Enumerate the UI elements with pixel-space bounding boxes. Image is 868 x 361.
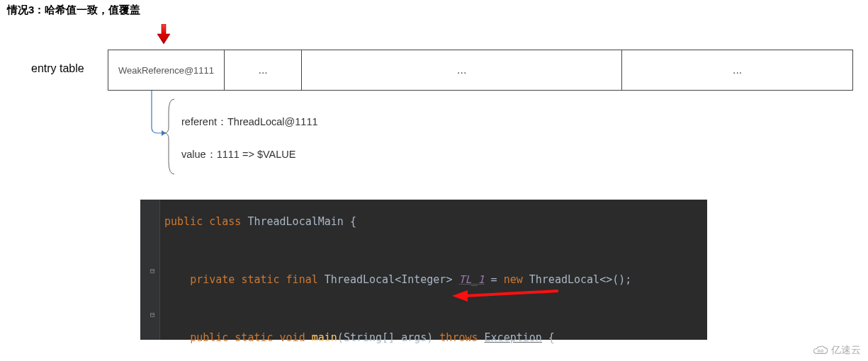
- detail-referent: referent：ThreadLocal@1111: [181, 115, 318, 129]
- entry-table-label: entry table: [31, 62, 84, 75]
- cloud-icon: [813, 345, 828, 356]
- brace-connector: [142, 91, 184, 179]
- svg-point-1: [818, 350, 820, 352]
- code-block: ⊟ ⊟ public class ThreadLocalMain { priva…: [140, 200, 707, 340]
- watermark: 亿速云: [813, 344, 861, 357]
- entry-cell-0: WeakReference@1111: [108, 50, 225, 90]
- arrow-left-icon: [452, 288, 565, 304]
- watermark-text: 亿速云: [831, 344, 861, 357]
- svg-line-0: [465, 291, 558, 296]
- entry-table: WeakReference@1111 ... ... ...: [108, 50, 853, 91]
- fold-marker-icon: ⊟: [150, 268, 155, 275]
- entry-cell-1: ...: [225, 50, 302, 90]
- entry-cell-3: ...: [622, 50, 852, 90]
- entry-cell-2: ...: [302, 50, 622, 90]
- detail-value: value：1111 => $VALUE: [181, 148, 295, 161]
- fold-marker-icon: ⊟: [150, 311, 155, 319]
- diagram-title: 情况3：哈希值一致，值覆盖: [7, 4, 140, 17]
- code-content: public class ThreadLocalMain { private s…: [160, 200, 631, 340]
- code-gutter: ⊟ ⊟: [140, 200, 160, 340]
- arrow-down-icon: [156, 24, 171, 45]
- svg-point-2: [821, 350, 823, 352]
